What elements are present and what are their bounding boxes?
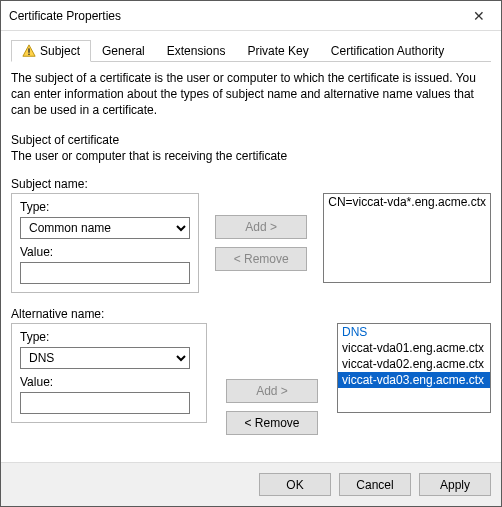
subject-name-row: Type: Common name Value: Add > < Remove … (11, 193, 491, 293)
svg-rect-1 (28, 48, 29, 52)
alt-type-select[interactable]: DNS (20, 347, 190, 369)
alt-buttons: Add > < Remove (207, 323, 337, 435)
tab-extensions[interactable]: Extensions (156, 40, 237, 62)
alt-name-row: Type: DNS Value: Add > < Remove DNSvicca… (11, 323, 491, 452)
ok-button[interactable]: OK (259, 473, 331, 496)
tab-label: Subject (40, 44, 80, 58)
alt-value-label: Value: (20, 375, 198, 389)
tab-subject[interactable]: Subject (11, 40, 91, 62)
svg-rect-2 (28, 54, 29, 55)
tab-label: Certification Authority (331, 44, 444, 58)
list-item[interactable]: CN=viccat-vda*.eng.acme.ctx (324, 194, 490, 210)
warning-icon (22, 44, 36, 58)
tab-ca[interactable]: Certification Authority (320, 40, 455, 62)
tab-private-key[interactable]: Private Key (236, 40, 319, 62)
subject-name-label: Subject name: (11, 177, 491, 191)
list-header: DNS (338, 324, 490, 340)
subject-name-fields: Type: Common name Value: (11, 193, 199, 293)
tab-general[interactable]: General (91, 40, 156, 62)
subject-type-label: Type: (20, 200, 190, 214)
content-area: Subject General Extensions Private Key C… (1, 31, 501, 462)
alt-type-label: Type: (20, 330, 198, 344)
list-item[interactable]: viccat-vda03.eng.acme.ctx (338, 372, 490, 388)
alt-add-button[interactable]: Add > (226, 379, 318, 403)
tab-label: Private Key (247, 44, 308, 58)
close-icon: ✕ (473, 8, 485, 24)
subject-remove-button[interactable]: < Remove (215, 247, 307, 271)
titlebar: Certificate Properties ✕ (1, 1, 501, 31)
alt-name-label: Alternative name: (11, 307, 491, 321)
tab-strip: Subject General Extensions Private Key C… (11, 39, 491, 62)
window-title: Certificate Properties (9, 9, 456, 23)
subject-add-button[interactable]: Add > (215, 215, 307, 239)
subject-heading: Subject of certificate (11, 133, 491, 147)
dialog-buttons: OK Cancel Apply (1, 462, 501, 506)
subject-name-list[interactable]: CN=viccat-vda*.eng.acme.ctx (323, 193, 491, 283)
alt-value-input[interactable] (20, 392, 190, 414)
tab-label: Extensions (167, 44, 226, 58)
subject-value-input[interactable] (20, 262, 190, 284)
list-item[interactable]: viccat-vda01.eng.acme.ctx (338, 340, 490, 356)
subject-subheading: The user or computer that is receiving t… (11, 149, 491, 163)
alt-name-list[interactable]: DNSviccat-vda01.eng.acme.ctxviccat-vda02… (337, 323, 491, 413)
subject-value-label: Value: (20, 245, 190, 259)
close-button[interactable]: ✕ (456, 1, 501, 30)
subject-buttons: Add > < Remove (199, 193, 323, 271)
intro-text: The subject of a certificate is the user… (11, 70, 491, 119)
subject-type-select[interactable]: Common name (20, 217, 190, 239)
list-item[interactable]: viccat-vda02.eng.acme.ctx (338, 356, 490, 372)
cancel-button[interactable]: Cancel (339, 473, 411, 496)
alt-remove-button[interactable]: < Remove (226, 411, 318, 435)
alt-name-fields: Type: DNS Value: (11, 323, 207, 423)
tab-label: General (102, 44, 145, 58)
apply-button[interactable]: Apply (419, 473, 491, 496)
